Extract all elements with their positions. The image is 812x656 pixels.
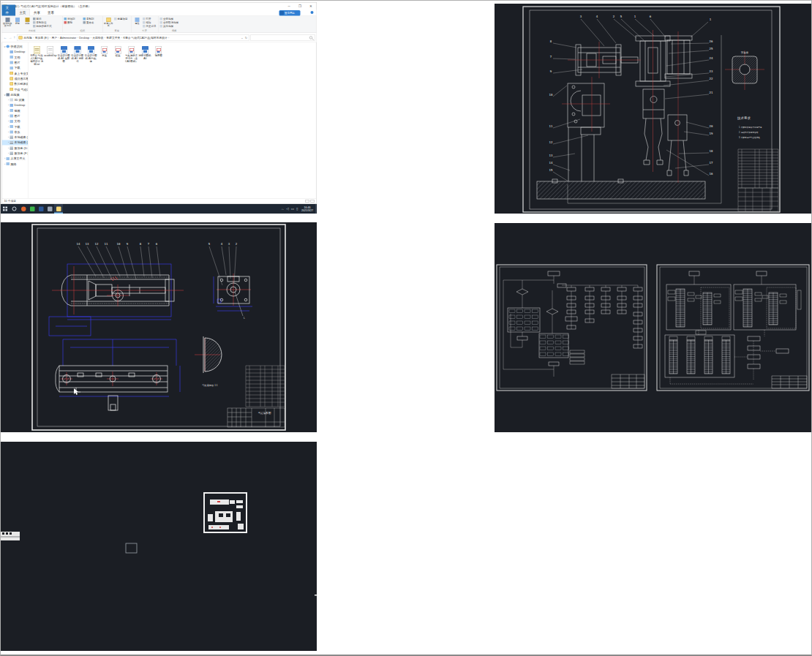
- navigation-pane: ∨快速访问Desktop文档图片下载桌上专业文件成品激光雕刻机g0(1)数控铣床…: [2, 42, 29, 198]
- svg-text:10: 10: [117, 242, 121, 246]
- back-button[interactable]: ←: [4, 36, 7, 40]
- list-view-icon[interactable]: [306, 200, 309, 203]
- maximize-button[interactable]: ❐: [295, 3, 306, 10]
- tab-share[interactable]: 共享: [30, 10, 44, 16]
- breadcrumb-segment[interactable]: 用户›: [51, 36, 60, 39]
- nav-item-icon: [10, 141, 14, 144]
- thumb-view-icon[interactable]: [311, 200, 315, 203]
- file-item[interactable]: acadstd.lsp: [44, 45, 58, 57]
- search-taskbar-button[interactable]: [10, 204, 19, 214]
- ribbon-small-button[interactable]: 历史记录: [143, 24, 157, 28]
- nav-item[interactable]: ›共享文件夹: [2, 156, 29, 161]
- nav-item[interactable]: 数控铣床设计: [2, 81, 29, 86]
- file-icon: [34, 46, 40, 54]
- nav-item[interactable]: ∨此电脑: [2, 92, 29, 97]
- nav-item[interactable]: ›视频: [2, 108, 29, 113]
- nav-item[interactable]: ›新加卷 (D:): [2, 146, 29, 151]
- file-item[interactable]: 轴测图: [152, 45, 166, 57]
- ribbon-small-button[interactable]: 删除: [64, 20, 83, 24]
- nav-item[interactable]: ›新加卷 (F:): [2, 151, 29, 156]
- tray-expand-icon[interactable]: ︿: [281, 206, 285, 211]
- svg-text:8: 8: [550, 39, 552, 43]
- ribbon-small-button[interactable]: 重命名: [83, 20, 102, 24]
- ribbon-small-button[interactable]: 反向选择: [160, 24, 179, 28]
- nav-item-icon: [10, 104, 14, 107]
- breadcrumb-segment[interactable]: 新建文件夹›: [106, 36, 123, 39]
- dropdown-icon[interactable]: ⌄: [241, 36, 243, 39]
- refresh-icon[interactable]: ↻: [245, 36, 247, 39]
- nav-item[interactable]: ›3D 对象: [2, 97, 29, 102]
- file-item[interactable]: 毕业设计图纸-A1 说明书: [71, 45, 85, 63]
- title-bar[interactable]: ▾ K滑台 气动式CAD气缸循环系统设计（整套图纸）（含开题） ─ ❐ ✕: [2, 3, 317, 10]
- ribbon-small-button[interactable]: 新建项目: [114, 17, 128, 20]
- file-item[interactable]: 说明书图纸-A0: [138, 45, 152, 60]
- nav-item-icon: [7, 93, 10, 96]
- nav-item[interactable]: 成品激光雕刻机g0(1): [2, 76, 29, 81]
- cad-flowchart-drawing: [495, 223, 811, 432]
- file-item[interactable]: 毕业设计图纸-A0气缸体: [84, 45, 98, 63]
- file-item[interactable]: 气缸体的工序卡片（全CAD图纸）: [125, 45, 139, 63]
- tab-view[interactable]: 查看: [44, 10, 58, 16]
- breadcrumb-segment[interactable]: Administrator›: [60, 36, 79, 39]
- forward-button[interactable]: →: [9, 36, 12, 40]
- nav-item[interactable]: ›Desktop: [2, 102, 29, 108]
- ribbon-big-button[interactable]: 固定到快速访问: [3, 17, 12, 30]
- minimize-button[interactable]: ─: [284, 3, 295, 10]
- breadcrumb-segment[interactable]: Desktop›: [79, 36, 92, 39]
- nav-item[interactable]: ›本地磁盘 (E:): [2, 140, 29, 145]
- nav-item[interactable]: ›文档: [2, 118, 29, 124]
- nav-item[interactable]: ›本地磁盘 (C:): [2, 135, 29, 140]
- ribbon-big-button[interactable]: 粘贴: [23, 17, 32, 30]
- flowchart-sheet-B: [657, 265, 809, 391]
- file-item[interactable]: 总装: [98, 45, 112, 57]
- svg-text:4: 4: [221, 242, 223, 246]
- start-button[interactable]: [1, 204, 10, 214]
- ribbon-big-button[interactable]: 复制: [13, 17, 23, 30]
- network-icon[interactable]: ▭: [291, 207, 294, 211]
- search-input[interactable]: [251, 34, 315, 41]
- breadcrumb-segment[interactable]: 大四毕设›: [92, 36, 106, 39]
- taskbar-app-icon[interactable]: [45, 204, 54, 214]
- taskbar-app-icon[interactable]: [37, 204, 45, 214]
- nav-item[interactable]: ›下载: [2, 124, 29, 129]
- close-button[interactable]: ✕: [306, 3, 317, 10]
- tab-file[interactable]: 文件: [2, 5, 16, 16]
- tab-home[interactable]: 主页: [15, 10, 30, 16]
- breadcrumb-segment[interactable]: 新加卷 (E:)›: [35, 36, 52, 39]
- file-item[interactable]: 毕业设计图纸-A1 装配图: [57, 45, 71, 63]
- nav-item[interactable]: ›网络: [2, 162, 29, 167]
- address-input[interactable]: 此电脑›新加卷 (E:)›用户›Administrator›Desktop›大四…: [17, 34, 249, 41]
- taskbar-explorer-icon[interactable]: [54, 204, 63, 214]
- svg-text:26: 26: [710, 39, 713, 43]
- nav-item[interactable]: 下载: [2, 65, 29, 70]
- breadcrumb-segment[interactable]: K滑台 气动式CAD气缸循环系统设计›: [123, 36, 170, 39]
- nav-item[interactable]: 毕设 气动式CAD气缸: [2, 86, 29, 91]
- show-desktop-button[interactable]: [315, 204, 317, 214]
- clock[interactable]: 16:462021/3/27: [301, 206, 313, 212]
- battery-icon[interactable]: ▯: [296, 207, 298, 211]
- nav-item[interactable]: 文档: [2, 55, 29, 60]
- ribbon-big-button[interactable]: 新建文件夹: [104, 17, 113, 30]
- up-button[interactable]: ↑: [14, 36, 16, 40]
- folder-icon: [19, 36, 23, 39]
- nav-item[interactable]: ∨快速访问: [2, 44, 29, 49]
- nav-item[interactable]: ›音乐: [2, 129, 29, 135]
- file-item[interactable]: 组装: [111, 45, 125, 57]
- nav-item[interactable]: 桌上专业文件: [2, 70, 29, 75]
- breadcrumb-segment[interactable]: 此电脑›: [24, 36, 35, 39]
- nav-item-icon: [10, 61, 14, 64]
- ribbon-small-button[interactable]: 粘贴快捷方式: [33, 24, 52, 28]
- address-bar: ← → ↑ 此电脑›新加卷 (E:)›用户›Administrator›Desk…: [2, 33, 317, 42]
- search-icon: [309, 36, 312, 39]
- nav-item[interactable]: 图片: [2, 60, 29, 65]
- nav-item[interactable]: Desktop: [2, 49, 29, 54]
- ribbon-big-button[interactable]: 属性: [132, 17, 142, 30]
- file-item[interactable]: K滑台 气动式CAD气缸循环设计 说明.txt: [30, 45, 44, 66]
- taskbar-app-icon[interactable]: [28, 204, 37, 214]
- netdisk-login-button[interactable]: 登录网盘: [279, 10, 301, 16]
- nav-item-icon: [10, 67, 14, 69]
- volume-icon[interactable]: ◁: [286, 207, 288, 211]
- taskbar-app-icon[interactable]: [19, 204, 28, 214]
- nav-item[interactable]: ›图片: [2, 113, 29, 118]
- help-icon[interactable]: [311, 11, 314, 14]
